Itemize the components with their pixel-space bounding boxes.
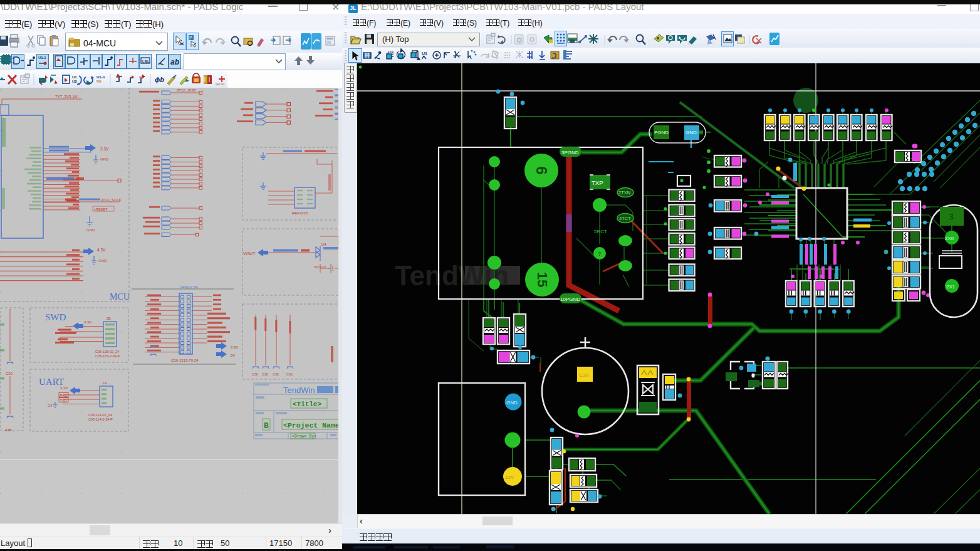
svg-text:C06-133-02_24: C06-133-02_24 xyxy=(95,350,119,354)
svg-text:SWD: SWD xyxy=(45,312,66,322)
svg-text:14: 14 xyxy=(103,381,107,385)
svg-text:UART: UART xyxy=(39,377,64,387)
svg-text:2TXN: 2TXN xyxy=(618,190,630,196)
svg-text:?: ? xyxy=(598,251,601,257)
svg-text:GND: GND xyxy=(86,228,95,232)
svg-text:6: 6 xyxy=(533,166,550,174)
svg-text:GND: GND xyxy=(685,130,697,135)
svg-text:C3b: C3b xyxy=(262,372,268,376)
svg-text:U1: U1 xyxy=(72,75,77,79)
svg-text:2B: 2B xyxy=(107,317,111,320)
svg-text:U1: U1 xyxy=(422,51,427,56)
svg-text:REF3325: REF3325 xyxy=(292,211,308,215)
svg-text:12V: 12V xyxy=(505,475,514,480)
svg-text:3T12_SCLK: 3T12_SCLK xyxy=(101,198,122,202)
svg-text:P: P xyxy=(189,36,192,40)
svg-text:C06-114-02_04: C06-114-02_04 xyxy=(88,413,112,417)
svg-text:3PGND: 3PGND xyxy=(561,150,579,155)
svg-text:U2: U2 xyxy=(72,80,77,83)
svg-text:4TCT: 4TCT xyxy=(619,216,631,221)
svg-text:+RESET: +RESET xyxy=(94,207,108,211)
svg-text:(H) Top: (H) Top xyxy=(382,34,409,44)
svg-text:C3V: C3V xyxy=(579,372,589,378)
svg-text:C4: C4 xyxy=(48,404,53,407)
svg-text:〈FLO〉: 〈FLO〉 xyxy=(216,82,225,86)
svg-text:LBL: LBL xyxy=(142,60,150,63)
svg-text:43B: 43B xyxy=(5,428,12,432)
svg-text:C3b: C3b xyxy=(273,372,279,376)
svg-text:3T12_JK33: 3T12_JK33 xyxy=(177,88,196,92)
svg-text:VOUT: VOUT xyxy=(243,251,256,256)
svg-text:3.3V: 3.3V xyxy=(84,320,91,324)
svg-text:C06-114-2-54-P: C06-114-2-54-P xyxy=(88,417,113,421)
svg-text:TendWin: TendWin xyxy=(283,386,317,395)
svg-text:RXD: RXD xyxy=(60,394,68,397)
svg-text:GND: GND xyxy=(100,157,109,161)
svg-text:<Drawn By>: <Drawn By> xyxy=(292,434,316,439)
svg-text:GND: GND xyxy=(98,259,107,263)
svg-text:3.3V: 3.3V xyxy=(60,386,68,390)
svg-text:C06-163-2-34-P: C06-163-2-34-P xyxy=(95,354,120,358)
svg-text:TXD: TXD xyxy=(60,399,67,402)
svg-text:10PGND: 10PGND xyxy=(560,296,580,302)
svg-text:04-MCU: 04-MCU xyxy=(83,38,116,48)
svg-text:0402-2.54: 0402-2.54 xyxy=(180,285,198,289)
svg-text::: : xyxy=(127,294,129,300)
svg-text:C06-1313-70-24: C06-1313-70-24 xyxy=(171,359,199,362)
svg-text:PGND: PGND xyxy=(654,130,669,135)
svg-text:C30: C30 xyxy=(6,372,13,375)
svg-text:TXP: TXP xyxy=(592,179,603,186)
svg-text:<Title>: <Title> xyxy=(293,401,322,408)
svg-text:3.3V: 3.3V xyxy=(100,147,109,151)
svg-text:U4: U4 xyxy=(321,243,326,246)
svg-text:15: 15 xyxy=(534,272,550,287)
svg-text:2X1: 2X1 xyxy=(946,284,956,290)
svg-text:U1.1: U1.1 xyxy=(38,56,46,60)
svg-text:3.3V: 3.3V xyxy=(231,345,238,349)
svg-text:4.3V: 4.3V xyxy=(97,248,106,252)
svg-text:3: 3 xyxy=(949,213,954,221)
svg-text:GND: GND xyxy=(506,400,518,406)
svg-text:ϕb: ϕb xyxy=(155,76,164,83)
svg-text:2X0: 2X0 xyxy=(945,236,954,241)
svg-text:ab: ab xyxy=(170,58,179,66)
svg-text:RM: RM xyxy=(96,80,102,83)
svg-text:5RCT: 5RCT xyxy=(594,229,607,234)
svg-text:C3b: C3b xyxy=(286,372,293,376)
svg-text:C3b: C3b xyxy=(252,372,258,376)
svg-text:<Project Name>: <Project Name> xyxy=(283,421,338,429)
svg-text:5V: 5V xyxy=(231,354,235,357)
svg-text:U1-n: U1-n xyxy=(96,75,105,79)
svg-text:TXT_3V3_LK: TXT_3V3_LK xyxy=(55,95,78,98)
svg-text:B: B xyxy=(264,421,269,431)
